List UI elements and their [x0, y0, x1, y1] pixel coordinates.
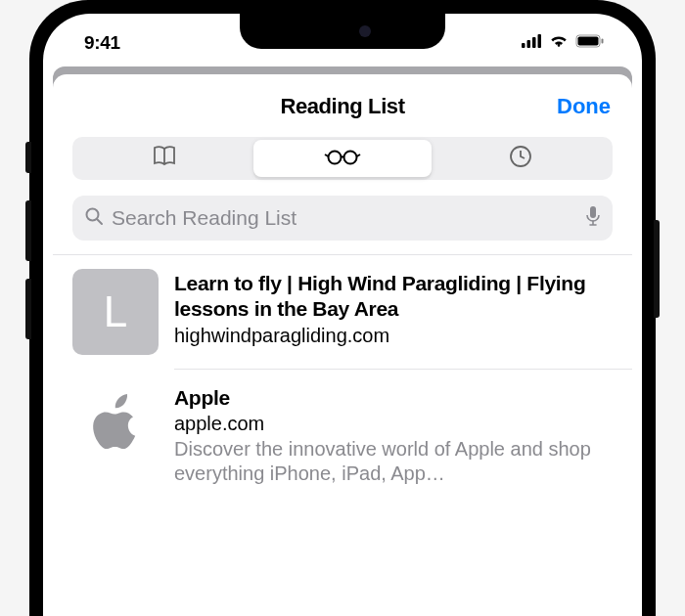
reading-list: L Learn to fly | High Wind Paragliding |…	[53, 254, 632, 500]
glasses-icon	[323, 147, 362, 170]
screen: 9:41 Reading List Done	[43, 14, 642, 616]
item-domain: highwindparagliding.com	[174, 325, 613, 347]
search-icon	[84, 206, 104, 230]
thumbnail-letter: L	[72, 269, 159, 355]
search-placeholder: Search Reading List	[112, 206, 577, 230]
list-item[interactable]: Apple apple.com Discover the innovative …	[53, 370, 632, 500]
tab-history[interactable]	[432, 140, 610, 177]
cellular-icon	[522, 34, 542, 52]
svg-rect-0	[522, 43, 525, 48]
notch	[240, 14, 445, 49]
tab-reading-list[interactable]	[253, 140, 432, 177]
list-item-content: Apple apple.com Discover the innovative …	[174, 383, 613, 486]
status-time: 9:41	[84, 32, 120, 54]
volume-up-button	[25, 200, 31, 261]
svg-point-8	[344, 152, 357, 164]
svg-rect-1	[527, 40, 531, 48]
svg-rect-3	[538, 34, 542, 48]
tab-bookmarks[interactable]	[75, 140, 253, 177]
bookmarks-segmented-control[interactable]	[72, 137, 613, 180]
item-domain: apple.com	[174, 413, 613, 435]
svg-rect-6	[602, 39, 604, 44]
svg-rect-5	[578, 37, 599, 46]
mute-switch	[25, 142, 31, 173]
thumbnail-icon	[72, 383, 159, 469]
svg-point-7	[329, 152, 342, 164]
search-input[interactable]: Search Reading List	[72, 196, 613, 241]
svg-rect-2	[532, 37, 536, 48]
battery-icon	[575, 34, 605, 52]
list-item-content: Learn to fly | High Wind Paragliding | F…	[174, 269, 613, 347]
done-button[interactable]: Done	[557, 94, 611, 119]
reading-list-sheet: Reading List Done	[53, 74, 632, 616]
sheet-title: Reading List	[280, 94, 404, 119]
item-title: Apple	[174, 385, 613, 411]
microphone-icon[interactable]	[585, 205, 601, 231]
clock-icon	[508, 144, 533, 173]
item-description: Discover the innovative world of Apple a…	[174, 437, 613, 486]
phone-hardware-frame: 9:41 Reading List Done	[29, 0, 656, 616]
wifi-icon	[549, 34, 569, 52]
svg-rect-11	[590, 206, 596, 218]
volume-down-button	[25, 279, 31, 339]
status-indicators	[522, 34, 605, 52]
item-title: Learn to fly | High Wind Paragliding | F…	[174, 271, 613, 323]
power-button	[654, 220, 660, 318]
list-item[interactable]: L Learn to fly | High Wind Paragliding |…	[53, 255, 632, 369]
book-open-icon	[150, 145, 179, 172]
sheet-header: Reading List Done	[53, 90, 632, 137]
